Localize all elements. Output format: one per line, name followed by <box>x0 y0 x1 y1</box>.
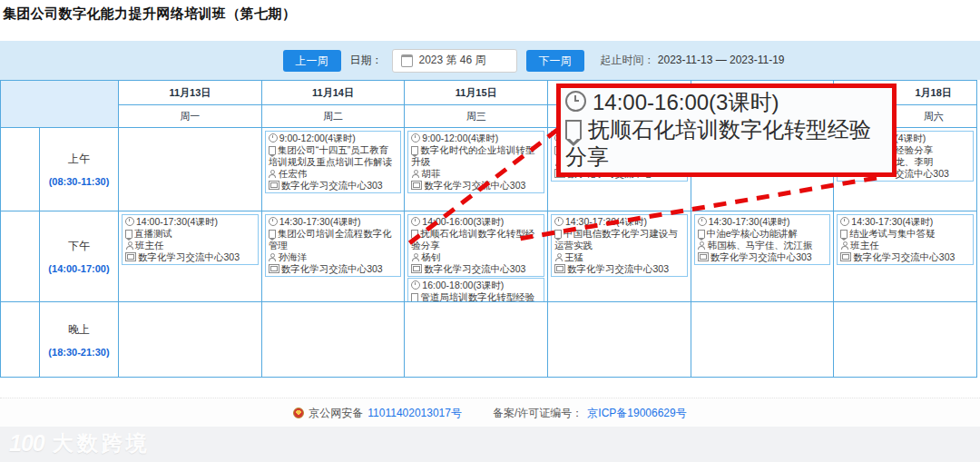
course-location: 数字化学习交流中心303 <box>138 251 240 262</box>
watermark-logo: 100 <box>9 430 44 457</box>
clock-icon <box>269 217 278 226</box>
cell-fri-evening <box>691 302 835 378</box>
cell-wed-morning: 9:00-12:00(4课时) 数字化时代的企业培训转型升级 胡菲 数字化学习交… <box>405 128 548 211</box>
course-title-line: 中油e学核心功能讲解 <box>698 228 828 240</box>
course-speaker-line: 班主任 <box>840 240 970 251</box>
room-icon <box>269 264 279 273</box>
course-time-line: 16:00-18:00(3课时) <box>411 280 541 291</box>
course-time-line: 14:00-17:30(4课时) <box>125 216 255 228</box>
icp-record-link[interactable]: 京ICP备19006629号 <box>587 406 686 421</box>
date-range-value: 2023-11-13 — 2023-11-19 <box>658 54 785 66</box>
course-title: 抚顺石化培训数字化转型经验分享 <box>411 228 534 251</box>
course-speaker: 班主任 <box>135 240 164 251</box>
cell-thu-afternoon: 14:30-17:30(4课时) 中国电信数字化学习建设与运营实践 王猛 数字化… <box>548 211 691 302</box>
clock-icon <box>269 133 278 143</box>
course-card[interactable]: 14:00-16:00(3课时) 抚顺石化培训数字化转型经验分享 杨钊 数字化学… <box>407 214 544 277</box>
course-zoom-callout: 14:00-16:00(3课时) 抚顺石化培训数字化转型经验分享 <box>556 84 897 177</box>
course-location-line: 数字化学习交流中心303 <box>411 180 541 192</box>
course-speaker: 王猛 <box>564 251 583 262</box>
course-card[interactable]: 14:30-17:30(4课时) 中油e学核心功能讲解 韩国栋、马宇佳、沈江振 … <box>694 214 831 265</box>
course-speaker: 班主任 <box>850 240 879 251</box>
course-speaker-line: 任宏伟 <box>269 168 398 180</box>
police-record-item: 京公网安备 11011402013017号 <box>293 406 462 421</box>
course-speaker-line: 杨钊 <box>411 251 541 263</box>
course-time: 14:30-17:30(4课时) <box>851 216 933 227</box>
prev-week-button[interactable]: 上一周 <box>283 50 341 72</box>
clock-icon <box>565 91 586 112</box>
row-label-text: 晚上 <box>68 322 90 338</box>
room-icon <box>125 252 136 261</box>
course-title: 集团公司培训全流程数字化管理 <box>269 228 392 251</box>
person-icon <box>269 170 277 178</box>
course-time: 9:00-12:00(4课时) <box>279 133 356 143</box>
watermark: 100 大数跨境 <box>9 429 151 457</box>
course-location-line: 数字化学习交流中心303 <box>698 251 828 263</box>
course-time: 14:30-17:30(4课时) <box>279 216 361 227</box>
course-location-line: 数字化学习交流中心303 <box>840 251 970 263</box>
date-range: 起止时间： 2023-11-13 — 2023-11-19 <box>601 53 785 68</box>
page: 集团公司数字化能力提升网络培训班（第七期） 上一周 日期： 2023 第 46 … <box>0 0 980 462</box>
course-title-line: 数字化时代的企业培训转型升级 <box>411 144 541 168</box>
week-picker-input[interactable]: 2023 第 46 周 <box>392 49 517 73</box>
course-card-clipped[interactable]: 16:00-18:00(3课时) 管道局培训数字化转型经验分享 <box>407 278 544 302</box>
row-label-time: (08:30-11:30) <box>49 176 110 187</box>
course-speaker-line: 王猛 <box>554 251 684 263</box>
course-title: 数字化时代的企业培训转型升级 <box>411 144 534 167</box>
course-location-line: 数字化学习交流中心303 <box>269 180 398 192</box>
police-record-link[interactable]: 11011402013017号 <box>368 406 462 421</box>
person-icon <box>840 241 848 250</box>
police-record-label: 京公网安备 <box>309 406 363 421</box>
bookmark-icon <box>411 230 418 238</box>
course-speaker: 任宏伟 <box>279 168 308 179</box>
week-toolbar: 上一周 日期： 2023 第 46 周 下一周 起止时间： 2023-11-13… <box>0 41 980 80</box>
course-speaker-line: 韩国栋、马宇佳、沈江振 <box>698 240 828 251</box>
cell-thu-evening <box>548 302 691 378</box>
course-time: 14:00-17:30(4课时) <box>136 216 218 227</box>
cell-wed-afternoon: 14:00-16:00(3课时) 抚顺石化培训数字化转型经验分享 杨钊 数字化学… <box>405 211 548 302</box>
person-icon <box>411 253 419 261</box>
course-card[interactable]: 14:30-17:30(4课时) 集团公司培训全流程数字化管理 孙海洋 数字化学… <box>265 214 402 277</box>
course-card[interactable]: 9:00-12:00(4课时) 集团公司“十四五”员工教育培训规划及重点培训工作… <box>265 131 402 193</box>
course-location-line: 数字化学习交流中心303 <box>411 263 541 275</box>
row-label-time: (14:00-17:00) <box>48 263 109 274</box>
bookmark-icon <box>411 146 418 154</box>
page-footer: 京公网安备 11011402013017号 备案/许可证编号： 京ICP备190… <box>0 398 980 428</box>
day-header-week-mon: 周一 <box>119 105 262 128</box>
room-icon <box>698 252 709 261</box>
page-title: 集团公司数字化能力提升网络培训班（第七期） <box>3 5 296 23</box>
course-card[interactable]: 9:00-12:00(4课时) 数字化时代的企业培训转型升级 胡菲 数字化学习交… <box>407 131 544 193</box>
day-header-week-tue: 周二 <box>262 105 406 128</box>
course-speaker: 杨钊 <box>421 251 440 262</box>
person-icon <box>698 241 706 250</box>
course-title: 直播测试 <box>134 228 172 239</box>
bookmark-icon <box>269 146 276 154</box>
clock-icon <box>125 217 134 226</box>
next-week-button[interactable]: 下一周 <box>526 50 584 72</box>
course-title: 管道局培训数字化转型经验分享 <box>411 291 534 302</box>
course-speaker-line: 班主任 <box>125 240 255 251</box>
room-icon <box>554 264 565 273</box>
day-header-week-wed: 周三 <box>405 105 548 128</box>
course-speaker: 孙海洋 <box>279 251 308 262</box>
week-toolbar-inner: 上一周 日期： 2023 第 46 周 下一周 起止时间： 2023-11-13… <box>283 49 785 73</box>
course-location: 数字化学习交流中心303 <box>424 263 525 274</box>
row-spacer-cell <box>1 211 40 302</box>
row-spacer-cell <box>1 302 40 378</box>
callout-title-line: 抚顺石化培训数字化转型经验分享 <box>565 116 887 171</box>
course-speaker-line: 胡菲 <box>411 168 541 180</box>
course-title-line: 直播测试 <box>125 228 255 240</box>
bookmark-icon <box>698 230 705 238</box>
bookmark-icon <box>411 293 418 301</box>
police-badge-icon <box>293 408 304 418</box>
course-card[interactable]: 14:30-17:30(4课时) 结业考试与集中答疑 班主任 数字化学习交流中心… <box>837 214 974 265</box>
course-card[interactable]: 14:00-17:30(4课时) 直播测试 班主任 数字化学习交流中心303 <box>122 214 259 265</box>
course-time-line: 14:30-17:30(4课时) <box>840 216 970 228</box>
course-card[interactable]: 14:30-17:30(4课时) 中国电信数字化学习建设与运营实践 王猛 数字化… <box>551 214 688 277</box>
person-icon <box>269 253 277 261</box>
course-title-line: 抚顺石化培训数字化转型经验分享 <box>411 228 541 251</box>
day-header-date-tue: 11月14日 <box>262 81 406 105</box>
bookmark-icon <box>125 230 132 238</box>
day-header-date-mon: 11月13日 <box>119 81 262 105</box>
course-title-line: 集团公司“十四五”员工教育培训规划及重点培训工作解读 <box>269 144 398 168</box>
clock-icon <box>840 217 849 226</box>
